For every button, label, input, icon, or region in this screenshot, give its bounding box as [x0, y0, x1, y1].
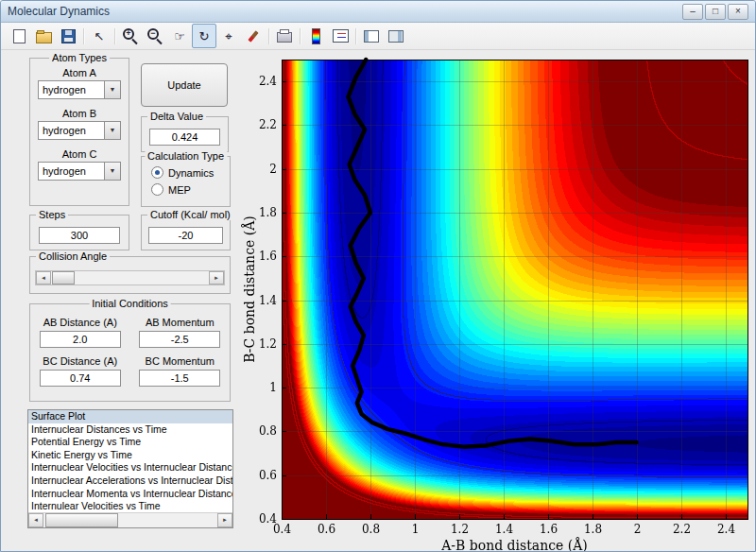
- scroll-right-arrow[interactable]: ►: [217, 513, 232, 527]
- rotate-3d-icon: ↻: [199, 30, 210, 43]
- toolbar-separator: [114, 28, 115, 44]
- list-item[interactable]: Potential Energy vs Time: [28, 436, 232, 449]
- toolbar-separator: [83, 28, 84, 44]
- slider-track[interactable]: [51, 271, 209, 285]
- atom-b-label: Atom B: [30, 108, 129, 119]
- zoom-in-button[interactable]: +: [118, 24, 143, 48]
- zoom-in-icon: +: [123, 28, 134, 40]
- radio-mep[interactable]: MEP: [151, 183, 230, 196]
- minimize-icon: –: [690, 6, 696, 16]
- list-item[interactable]: Internuclear Accelerations vs Internucle…: [28, 474, 232, 488]
- open-file-button[interactable]: [31, 24, 56, 48]
- brush-button[interactable]: [241, 24, 266, 48]
- steps-title: Steps: [36, 209, 68, 220]
- cutoff-field[interactable]: [148, 227, 223, 244]
- save-icon: [61, 29, 76, 43]
- close-button[interactable]: ×: [728, 4, 748, 20]
- initial-conditions-grid: AB Distance (A) AB Momentum BC Distance …: [30, 317, 230, 387]
- delta-value-field[interactable]: [149, 129, 220, 146]
- window-controls: – □ ×: [682, 4, 748, 20]
- radio-dynamics[interactable]: Dynamics: [151, 166, 230, 179]
- maximize-button[interactable]: □: [705, 4, 726, 20]
- hide-plot-tools-button[interactable]: [359, 24, 384, 48]
- list-item[interactable]: Surface Plot: [28, 410, 232, 423]
- scrollbar-thumb[interactable]: [45, 513, 118, 527]
- steps-field[interactable]: [39, 227, 120, 244]
- atom-b-dropdown[interactable]: hydrogen ▼: [38, 121, 121, 140]
- list-item[interactable]: Internuclear Velocities vs Internuclear …: [28, 461, 232, 474]
- pan-hand-icon: ☞: [174, 30, 185, 43]
- calculation-type-panel: Calculation Type Dynamics MEP: [141, 156, 231, 207]
- radio-dot: [155, 187, 160, 192]
- dropdown-arrow-icon[interactable]: ▼: [104, 163, 120, 180]
- cutoff-panel: Cutoff (Kcal/ mol): [141, 215, 231, 250]
- pan-button[interactable]: ☞: [167, 24, 192, 48]
- collision-angle-title: Collision Angle: [36, 250, 110, 262]
- ab-momentum-field[interactable]: [139, 331, 220, 348]
- show-plot-tools-button[interactable]: [384, 24, 408, 48]
- atom-types-panel: Atom Types Atom A hydrogen ▼ Atom B hydr…: [29, 58, 129, 206]
- bc-distance-field[interactable]: [40, 370, 121, 387]
- window-title: Molecular Dynamics: [8, 5, 110, 18]
- zoom-out-icon: −: [147, 28, 159, 40]
- scroll-left-arrow[interactable]: ◄: [28, 513, 43, 527]
- new-file-button[interactable]: [7, 24, 31, 48]
- dropdown-arrow-icon[interactable]: ▼: [104, 81, 120, 98]
- radio-unselected-icon: [151, 183, 163, 196]
- collision-angle-panel: Collision Angle ◄ ►: [29, 256, 231, 294]
- bc-distance-label: BC Distance (A): [30, 355, 130, 367]
- delta-value-panel: Delta Value: [141, 116, 229, 152]
- atom-c-dropdown[interactable]: hydrogen ▼: [38, 162, 121, 181]
- calculation-type-title: Calculation Type: [145, 150, 227, 162]
- bc-momentum-field[interactable]: [139, 370, 220, 387]
- zoom-out-button[interactable]: −: [143, 24, 167, 48]
- atom-a-value: hydrogen: [39, 81, 104, 98]
- slider-left-arrow[interactable]: ◄: [36, 271, 51, 285]
- atom-c-value: hydrogen: [39, 163, 104, 180]
- atom-b-value: hydrogen: [39, 122, 104, 139]
- print-button[interactable]: [272, 24, 297, 48]
- collision-angle-slider[interactable]: ◄ ►: [35, 270, 225, 285]
- radio-selected-icon: [151, 166, 163, 179]
- data-cursor-icon: ⌖: [225, 30, 232, 43]
- ab-distance-field[interactable]: [40, 331, 121, 348]
- pointer-icon: ↖: [94, 30, 105, 43]
- toolbar: ↖ + − ☞ ↻ ⌖: [1, 23, 755, 50]
- list-item[interactable]: Internuclear Momenta vs Internuclear Dis…: [28, 488, 232, 501]
- list-item[interactable]: Internuclear Distances vs Time: [28, 423, 232, 437]
- atom-c-label: Atom C: [30, 148, 129, 160]
- save-button[interactable]: [56, 24, 80, 48]
- hide-plot-tools-icon: [364, 30, 379, 43]
- update-button[interactable]: Update: [141, 63, 228, 107]
- insert-legend-button[interactable]: [328, 24, 352, 48]
- dropdown-arrow-icon[interactable]: ▼: [104, 122, 120, 139]
- pointer-button[interactable]: ↖: [87, 24, 112, 48]
- rotate-3d-button[interactable]: ↻: [192, 24, 216, 48]
- ab-distance-label: AB Distance (A): [30, 317, 130, 328]
- surface-plot-canvas[interactable]: [237, 50, 756, 552]
- bc-momentum-label: BC Momentum: [130, 355, 231, 367]
- slider-right-arrow[interactable]: ►: [209, 271, 224, 285]
- titlebar[interactable]: Molecular Dynamics – □ ×: [1, 1, 755, 23]
- insert-colorbar-button[interactable]: [303, 24, 328, 48]
- legend-icon: [333, 29, 349, 43]
- listbox-hscrollbar[interactable]: ◄ ►: [28, 512, 232, 527]
- atom-a-dropdown[interactable]: hydrogen ▼: [38, 80, 121, 99]
- radio-dynamics-label: Dynamics: [168, 167, 214, 179]
- minimize-button[interactable]: –: [682, 4, 703, 20]
- atom-types-title: Atom Types: [49, 52, 110, 63]
- slider-thumb[interactable]: [52, 271, 75, 285]
- initial-conditions-panel: Initial Conditions AB Distance (A) AB Mo…: [29, 303, 231, 402]
- plot-type-listbox[interactable]: Surface Plot Internuclear Distances vs T…: [27, 409, 233, 528]
- list-item[interactable]: Kinetic Energy vs Time: [28, 449, 232, 462]
- data-cursor-button[interactable]: ⌖: [216, 24, 241, 48]
- maximize-icon: □: [713, 6, 718, 16]
- show-plot-tools-icon: [388, 30, 404, 43]
- print-icon: [277, 32, 292, 43]
- scrollbar-track[interactable]: [43, 513, 217, 527]
- new-file-icon: [13, 29, 26, 43]
- atom-a-label: Atom A: [30, 67, 129, 78]
- cutoff-title: Cutoff (Kcal/ mol): [147, 209, 233, 220]
- list-item[interactable]: Internulear Velocities vs Time: [28, 500, 232, 513]
- colorbar-icon: [312, 28, 320, 44]
